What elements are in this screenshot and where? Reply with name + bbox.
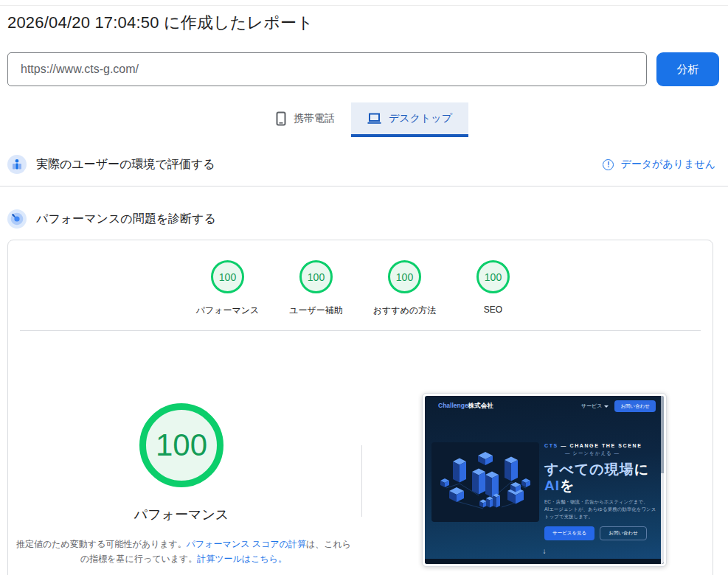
card-divider	[20, 330, 701, 331]
score-disclaimer: 推定値のため変動する可能性があります。パフォーマンス スコアの計算は、これらの指…	[13, 537, 354, 566]
performance-score-badge: 100	[211, 260, 244, 293]
top-divider	[0, 5, 728, 6]
seo-label: SEO	[484, 304, 502, 315]
score-calc-link[interactable]: パフォーマンス スコアの計算	[187, 539, 306, 549]
mobile-phone-icon	[276, 111, 286, 126]
accessibility-score-badge: 100	[299, 260, 333, 293]
site-screenshot-thumbnail[interactable]: Challenge株式会社 サービス お問い合わせ	[422, 393, 667, 567]
calc-tool-link[interactable]: 計算ツールはこちら。	[197, 554, 287, 564]
accessibility-label: ユーザー補助	[289, 304, 343, 317]
disclaimer-text-1: 推定値のため変動する可能性があります。	[16, 539, 187, 549]
tab-mobile[interactable]: 携帯電話	[260, 102, 351, 137]
vertical-divider	[361, 445, 362, 517]
preview-footer-strip	[425, 559, 664, 564]
diagnose-section-header: パフォーマンスの問題を診断する	[7, 209, 216, 229]
page-title: 2026/04/20 17:04:50 に作成したレポート	[7, 12, 313, 34]
preview-scrollbar-thumb	[661, 396, 664, 473]
field-users-icon	[7, 155, 27, 174]
tab-mobile-label: 携帯電話	[294, 112, 335, 125]
analyze-button[interactable]: 分析	[656, 52, 719, 86]
score-summary-row: 100 パフォーマンス 100 ユーザー補助 100 おすすめの方法 100 S…	[8, 260, 713, 317]
gauge-icon	[7, 209, 27, 229]
summary-accessibility[interactable]: 100 ユーザー補助	[272, 260, 361, 317]
caret-down-icon	[604, 405, 609, 408]
pagespeed-report-page: 2026/04/20 17:04:50 に作成したレポート 分析 携帯電話 デス…	[0, 0, 728, 575]
no-data-status[interactable]: ! データがありません	[603, 158, 715, 171]
performance-label: パフォーマンス	[196, 304, 260, 317]
no-data-label: データがありません	[620, 158, 715, 171]
section-divider	[0, 186, 728, 187]
report-card: 100 パフォーマンス 100 ユーザー補助 100 おすすめの方法 100 S…	[7, 240, 713, 575]
seo-score-badge: 100	[476, 260, 510, 293]
hero-kicker: CTS — CHANGE THE SCENE	[544, 443, 659, 448]
preview-cta-secondary: お問い合わせ	[600, 526, 647, 540]
preview-site-header: Challenge株式会社 サービス お問い合わせ	[438, 400, 656, 412]
preview-cta-primary: サービスを見る	[544, 526, 594, 540]
hero-kicker-jp: — シーンをかえる —	[544, 450, 640, 457]
device-tabs: 携帯電話 デスクトップ	[0, 102, 728, 137]
site-preview: Challenge株式会社 サービス お問い合わせ	[425, 396, 664, 564]
laptop-icon	[367, 113, 381, 125]
hero-description: EC・店舗・物流・広告からホスティングまで、 AIエージェントが、あらゆる業務の…	[544, 498, 659, 520]
hero-cta-row: サービスを見る お問い合わせ	[544, 526, 659, 540]
preview-nav-contact-button: お問い合わせ	[614, 400, 656, 412]
tab-desktop-label: デスクトップ	[389, 112, 452, 125]
scroll-down-arrow: ↓	[543, 547, 547, 555]
performance-gauge-label: パフォーマンス	[78, 506, 285, 523]
field-section-title: 実際のユーザーの環境で評価する	[36, 157, 215, 172]
best-practices-label: おすすめの方法	[373, 304, 436, 317]
hero-headline: すべての現場に AIを	[544, 461, 659, 494]
hero-copy: CTS — CHANGE THE SCENE — シーンをかえる — すべての現…	[544, 443, 659, 540]
summary-seo[interactable]: 100 SEO	[449, 260, 538, 317]
url-input[interactable]	[7, 52, 647, 86]
field-data-section-header: 実際のユーザーの環境で評価する	[7, 154, 215, 175]
diagnose-section-title: パフォーマンスの問題を診断する	[36, 212, 216, 227]
info-icon: !	[603, 159, 614, 170]
best-practices-score-badge: 100	[388, 260, 421, 293]
performance-gauge: 100	[139, 403, 223, 487]
summary-best-practices[interactable]: 100 おすすめの方法	[361, 260, 449, 317]
preview-site-logo: Challenge株式会社	[438, 402, 493, 411]
hero-illustration	[431, 442, 539, 522]
preview-nav-services: サービス	[581, 402, 609, 410]
summary-performance[interactable]: 100 パフォーマンス	[184, 260, 272, 317]
preview-site-nav: サービス お問い合わせ	[581, 400, 656, 412]
tab-desktop[interactable]: デスクトップ	[351, 102, 468, 137]
